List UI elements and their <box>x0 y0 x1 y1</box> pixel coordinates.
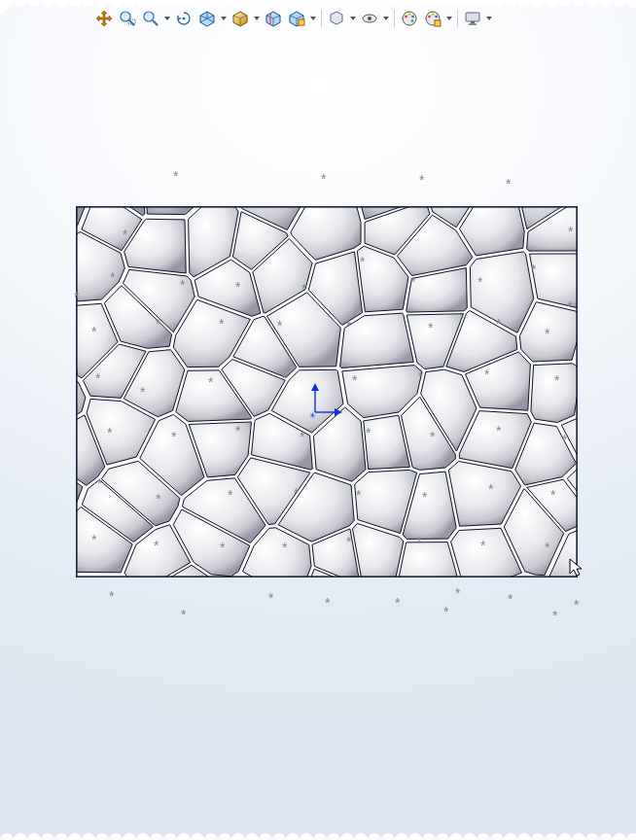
svg-point-31 <box>422 0 436 7</box>
sketch-point[interactable]: * <box>301 282 306 296</box>
orientation-dropdown[interactable] <box>220 8 228 29</box>
sketch-point[interactable]: * <box>416 535 421 548</box>
sketch-point[interactable]: * <box>352 373 357 387</box>
zoom-tool[interactable] <box>140 8 161 29</box>
sketch-point[interactable]: * <box>484 368 489 381</box>
sketch-point[interactable]: * <box>173 169 178 183</box>
svg-point-66 <box>259 833 272 840</box>
sketch-point[interactable]: * <box>219 317 224 331</box>
sketch-point[interactable]: * <box>477 275 482 289</box>
sketch-point[interactable]: * <box>568 225 573 238</box>
zoom-dropdown[interactable] <box>163 8 171 29</box>
sketch-point[interactable]: * <box>235 424 240 438</box>
scene-tool[interactable] <box>286 8 307 29</box>
svg-point-130 <box>0 0 7 14</box>
display-style-tool[interactable] <box>230 8 251 29</box>
sketch-point[interactable]: * <box>567 299 572 313</box>
sketch-point[interactable]: * <box>410 275 415 289</box>
sketch-point[interactable]: * <box>300 430 304 443</box>
sketch-point[interactable]: * <box>277 319 282 332</box>
sketch-point[interactable]: * <box>154 539 159 552</box>
hide-show-tool[interactable] <box>359 8 380 29</box>
sketch-point[interactable]: * <box>488 482 493 496</box>
sketch-point[interactable]: * <box>181 608 186 621</box>
sketch-point[interactable]: * <box>545 327 549 340</box>
zoom-window-tool[interactable] <box>117 8 138 29</box>
sketch-point[interactable]: * <box>360 255 365 268</box>
sketch-point[interactable]: * <box>268 591 273 605</box>
sketch-point[interactable]: * <box>95 371 100 385</box>
sketch-point[interactable]: * <box>282 371 287 385</box>
svg-point-48 <box>14 833 27 840</box>
sketch-point[interactable]: * <box>430 430 435 443</box>
sketch-point[interactable]: * <box>294 486 299 500</box>
sketch-point[interactable]: * <box>282 541 287 554</box>
sketch-point[interactable]: * <box>506 177 511 191</box>
sketch-point[interactable]: * <box>418 369 423 383</box>
svg-point-177 <box>629 0 636 8</box>
pan-tool[interactable] <box>93 8 115 29</box>
sketch-point[interactable]: * <box>107 426 112 439</box>
sketch-point[interactable]: * <box>574 598 579 612</box>
view-dropdown[interactable] <box>349 8 357 29</box>
sketch-point[interactable]: * <box>552 609 557 622</box>
sketch-point[interactable]: * <box>428 321 433 334</box>
sketch-point[interactable]: * <box>480 539 485 552</box>
sketch-point[interactable]: * <box>110 270 115 284</box>
sketch-point[interactable]: * <box>562 433 567 446</box>
view-settings-tool[interactable] <box>462 8 483 29</box>
sketch-point[interactable]: * <box>156 317 160 331</box>
view-tool[interactable] <box>326 8 347 29</box>
sketch-point[interactable]: * <box>419 173 424 187</box>
sketch-point[interactable]: * <box>171 430 176 443</box>
sketch-point[interactable]: * <box>443 605 448 618</box>
apply-appearance-tool[interactable] <box>422 8 443 29</box>
sketch-point[interactable]: * <box>356 488 361 502</box>
sketch-point[interactable]: * <box>208 375 213 389</box>
sketch-point[interactable]: * <box>235 280 240 294</box>
sketch-point[interactable]: * <box>455 586 460 600</box>
sketch-point[interactable]: * <box>91 325 96 338</box>
sketch-point[interactable]: * <box>346 535 351 548</box>
sketch-point[interactable]: * <box>554 373 559 387</box>
sketch-point[interactable]: * <box>220 541 225 554</box>
sketch-point[interactable]: * <box>74 290 79 303</box>
sketch-point[interactable]: * <box>496 317 501 331</box>
sketch-point[interactable]: * <box>180 278 185 292</box>
svg-point-107 <box>0 0 7 14</box>
sketch-point[interactable]: * <box>496 424 501 438</box>
display-style-dropdown[interactable] <box>253 8 261 29</box>
hide-show-dropdown[interactable] <box>382 8 390 29</box>
sketch-point[interactable]: * <box>97 476 102 490</box>
scene-dropdown[interactable] <box>309 8 317 29</box>
rotate-view-tool[interactable] <box>173 8 194 29</box>
sketch-point[interactable]: * <box>140 385 145 399</box>
view-settings-dropdown[interactable] <box>485 8 493 29</box>
sketch-point[interactable]: * <box>395 596 400 610</box>
svg-point-209 <box>629 0 636 8</box>
appearance-tool[interactable] <box>399 8 420 29</box>
sketch-point[interactable]: * <box>109 589 114 603</box>
sketch-point[interactable]: * <box>508 592 512 606</box>
svg-point-108 <box>0 0 7 14</box>
svg-point-54 <box>95 833 109 840</box>
sketch-point[interactable]: * <box>550 488 555 502</box>
sketch-point[interactable]: * <box>531 262 536 276</box>
apply-appearance-dropdown[interactable] <box>445 8 453 29</box>
sketch-point[interactable]: * <box>228 488 232 502</box>
origin-triad[interactable]: ✳ <box>309 383 342 424</box>
svg-point-175 <box>629 0 636 8</box>
svg-point-11 <box>150 0 163 7</box>
sketch-point[interactable]: * <box>156 492 160 506</box>
sketch-point[interactable]: * <box>545 541 549 554</box>
sketch-point[interactable]: * <box>346 319 351 332</box>
section-view-tool[interactable] <box>263 8 284 29</box>
sketch-point[interactable]: * <box>366 426 371 439</box>
sketch-point[interactable]: * <box>321 172 326 186</box>
svg-point-80 <box>449 833 463 840</box>
orientation-tool[interactable] <box>196 8 218 29</box>
sketch-point[interactable]: * <box>91 533 96 546</box>
sketch-point[interactable]: * <box>422 490 427 504</box>
sketch-point[interactable]: * <box>123 228 127 241</box>
sketch-point[interactable]: * <box>325 596 330 610</box>
